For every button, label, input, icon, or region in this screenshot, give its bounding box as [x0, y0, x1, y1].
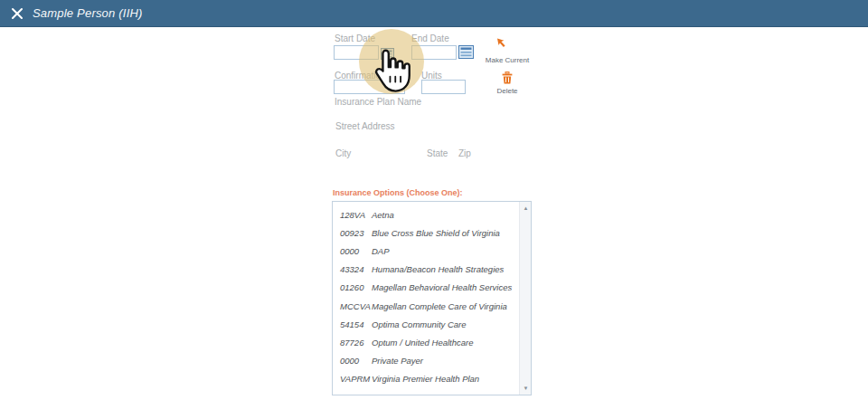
listbox-scrollbar[interactable]: ▲ ▼: [519, 202, 531, 395]
close-icon[interactable]: [10, 6, 24, 21]
insurance-option-row[interactable]: MCCVA Magellan Complete Care of Virginia: [333, 297, 518, 315]
units-input[interactable]: [421, 80, 466, 94]
insurance-option-code: 01260: [333, 282, 372, 292]
insurance-option-code: VAPRM: [333, 374, 372, 384]
insurance-option-row[interactable]: 43324 Humana/Beacon Health Strategies: [333, 261, 518, 279]
insurance-option-name: DAP: [372, 246, 518, 256]
insurance-option-name: Optima Community Care: [372, 319, 518, 329]
insurance-option-row[interactable]: 00923 Blue Cross Blue Shield of Virginia: [333, 224, 518, 242]
make-current-button[interactable]: Make Current: [480, 56, 534, 64]
insurance-option-row[interactable]: 0000 Private Payer: [333, 352, 518, 370]
trash-icon[interactable]: [502, 71, 513, 88]
insurance-option-code: 0000: [333, 356, 372, 366]
insurance-option-code: 128VA: [333, 210, 372, 220]
end-date-label: End Date: [411, 33, 449, 43]
end-date-input[interactable]: [411, 45, 457, 60]
start-date-input[interactable]: [334, 45, 379, 60]
insurance-option-row[interactable]: 01260 Magellan Behavioral Health Service…: [333, 279, 518, 297]
insurance-option-name: Virginia Premier Health Plan: [372, 374, 518, 384]
insurance-option-code: MCCVA: [333, 301, 372, 311]
insurance-options-list: 128VA Aetna 00923 Blue Cross Blue Shield…: [333, 205, 518, 388]
window-header: Sample Person (IIH): [0, 0, 868, 27]
insurance-option-name: Blue Cross Blue Shield of Virginia: [372, 228, 518, 238]
insurance-option-row[interactable]: VAPRM Virginia Premier Health Plan: [333, 370, 518, 388]
confirmation-input[interactable]: [334, 80, 405, 94]
insurance-option-name: Private Payer: [372, 356, 518, 366]
insurance-option-row[interactable]: 87726 Optum / United Healthcare: [333, 333, 518, 351]
city-label: City: [335, 148, 351, 158]
insurance-options-listbox[interactable]: 128VA Aetna 00923 Blue Cross Blue Shield…: [332, 201, 532, 395]
zip-label: Zip: [458, 148, 471, 158]
insurance-option-code: 0000: [333, 246, 372, 256]
insurance-option-row[interactable]: 128VA Aetna: [333, 205, 518, 224]
insurance-plan-name-label: Insurance Plan Name: [335, 97, 421, 107]
insurance-option-name: Aetna: [372, 210, 518, 220]
insurance-option-code: 00923: [333, 228, 372, 238]
insurance-option-name: Magellan Complete Care of Virginia: [372, 301, 518, 311]
insurance-option-name: Magellan Behavioral Health Services: [372, 282, 518, 292]
insurance-option-row[interactable]: 0000 DAP: [333, 242, 518, 260]
start-date-label: Start Date: [335, 33, 375, 43]
scroll-down-icon[interactable]: ▼: [520, 383, 532, 394]
insurance-options-label: Insurance Options (Choose One):: [333, 188, 463, 197]
insurance-option-name: Humana/Beacon Health Strategies: [372, 264, 518, 274]
state-label: State: [427, 148, 448, 158]
delete-button[interactable]: Delete: [480, 87, 534, 95]
insurance-option-code: 43324: [333, 264, 372, 274]
insurance-option-name: Optum / United Healthcare: [372, 338, 518, 348]
scroll-up-icon[interactable]: ▲: [520, 203, 532, 214]
insurance-option-code: 54154: [333, 319, 372, 329]
page-title: Sample Person (IIH): [33, 6, 143, 20]
insurance-option-code: 87726: [333, 338, 372, 348]
start-date-calendar-icon[interactable]: [381, 47, 394, 63]
insurance-option-row[interactable]: 54154 Optima Community Care: [333, 315, 518, 333]
make-current-arrow-icon[interactable]: [495, 36, 507, 52]
street-address-label: Street Address: [335, 121, 395, 131]
end-date-calendar-icon[interactable]: [458, 45, 474, 62]
